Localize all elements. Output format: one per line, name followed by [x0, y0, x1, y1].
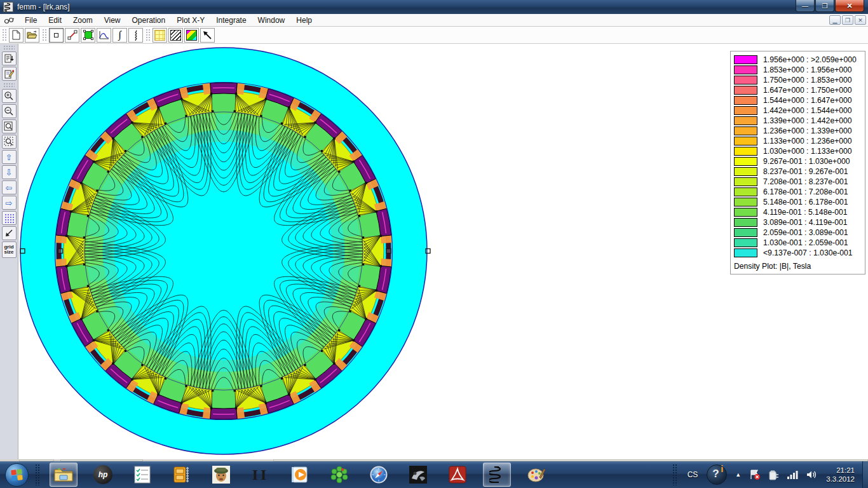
selection-handle[interactable] — [20, 249, 25, 254]
plot-xy-button[interactable] — [97, 28, 111, 43]
info-tray-icon[interactable]: ? i — [707, 464, 727, 485]
output-window-button[interactable] — [2, 51, 17, 65]
system-tray: CS ? i ▲ 21:21 3.3.2012 — [672, 461, 868, 488]
hp-taskbar-icon[interactable]: hp — [89, 463, 117, 487]
menu-item-integrate[interactable]: Integrate — [210, 15, 252, 26]
model-canvas[interactable]: 1.956e+000 : >2.059e+0001.853e+000 : 1.9… — [18, 44, 868, 459]
mdi-close-button[interactable]: ✕ — [855, 15, 866, 25]
menu-item-plot-xy[interactable]: Plot X-Y — [171, 15, 210, 26]
menu-item-view[interactable]: View — [98, 15, 126, 26]
legend-swatch — [734, 187, 757, 196]
femm-taskbar-icon[interactable] — [483, 463, 511, 487]
taskbar-clock[interactable]: 21:21 3.3.2012 — [826, 466, 855, 484]
snap-to-grid-button[interactable] — [2, 226, 17, 240]
legend-swatch — [734, 157, 757, 166]
menu-item-zoom[interactable]: Zoom — [67, 15, 98, 26]
block-mode-button[interactable] — [81, 28, 95, 43]
legend-swatch — [734, 55, 757, 64]
contour-mode-button[interactable] — [65, 28, 79, 43]
maximize-button[interactable]: ❐ — [815, 0, 834, 12]
menu-bar: File Edit Zoom View Operation Plot X-Y I… — [0, 14, 868, 27]
action-center-icon[interactable] — [749, 469, 761, 480]
legend-row: 1.442e+000 : 1.544e+000 — [734, 105, 862, 116]
point-mode-button[interactable] — [49, 28, 64, 43]
toolbar: ∫ — [0, 27, 868, 44]
zoom-out-button[interactable] — [2, 104, 17, 118]
block-integral-button[interactable] — [128, 28, 143, 43]
mdi-restore-button[interactable]: ❐ — [842, 15, 853, 25]
icq-taskbar-icon[interactable] — [325, 463, 353, 487]
window-title: femm - [lrk.ans] — [17, 3, 70, 11]
show-mesh-button[interactable] — [168, 28, 183, 43]
zoom-in-button[interactable] — [2, 89, 17, 103]
selection-handle[interactable] — [386, 249, 391, 254]
zoom-window-button[interactable] — [2, 119, 17, 133]
legend-row: 2.059e-001 : 3.089e-001 — [734, 227, 862, 238]
legend-label: 1.647e+000 : 1.750e+000 — [763, 86, 852, 95]
legend-swatch — [734, 177, 757, 186]
network-signal-icon[interactable] — [787, 470, 798, 480]
show-desktop-button[interactable] — [862, 461, 868, 488]
paint-taskbar-icon[interactable] — [522, 463, 550, 487]
taskbar-grip — [35, 464, 40, 485]
selection-handle[interactable] — [58, 249, 63, 254]
zoom-extents-button[interactable] — [2, 135, 17, 149]
winzip-taskbar-icon[interactable] — [168, 463, 196, 487]
adobe-reader-taskbar-icon[interactable] — [444, 463, 471, 487]
legend-swatch — [734, 86, 757, 95]
legend-rows: 1.956e+000 : >2.059e+0001.853e+000 : 1.9… — [734, 55, 862, 258]
legend-row: 3.089e-001 : 4.119e-001 — [734, 217, 862, 227]
menu-item-edit[interactable]: Edit — [43, 15, 67, 26]
hidden-icons-button[interactable]: ▲ — [735, 471, 741, 478]
legend-swatch — [734, 137, 757, 146]
pan-right-button[interactable]: ⇨ — [2, 196, 17, 210]
avatar-taskbar-icon[interactable] — [207, 463, 235, 487]
pan-up-button[interactable]: ⇧ — [2, 150, 17, 164]
menu-item-help[interactable]: Help — [290, 15, 318, 26]
start-button[interactable] — [5, 463, 29, 487]
explorer-taskbar-icon[interactable] — [50, 463, 78, 487]
minimize-button[interactable]: — — [796, 0, 815, 12]
mdi-minimize-button[interactable]: ▁ — [829, 15, 841, 25]
legend-swatch — [734, 198, 757, 207]
edit-document-button[interactable] — [2, 67, 17, 81]
show-grid-button[interactable] — [153, 28, 167, 43]
notes-taskbar-icon[interactable] — [128, 463, 156, 487]
legend-swatch — [734, 96, 757, 105]
legend-label: 7.208e-001 : 8.237e-001 — [763, 177, 848, 186]
close-button[interactable]: ✕ — [835, 0, 864, 12]
legend-label: 4.119e-001 : 5.148e-001 — [763, 208, 848, 217]
grid-swatch-glyph — [154, 30, 165, 41]
grid-size-button[interactable]: grid size — [2, 241, 17, 258]
show-vectors-button[interactable] — [200, 28, 215, 43]
menu-item-window[interactable]: Window — [252, 15, 291, 26]
media-player-taskbar-icon[interactable] — [286, 463, 314, 487]
clock-date: 3.3.2012 — [826, 475, 855, 484]
safely-remove-icon[interactable] — [768, 470, 779, 480]
title-bar: femm - [lrk.ans] — ❐ ✕ — [0, 0, 868, 14]
safari-taskbar-icon[interactable] — [365, 463, 393, 487]
selection-handle[interactable] — [426, 249, 430, 254]
pillars-taskbar-icon[interactable]: II — [247, 463, 275, 487]
legend-row: 1.750e+000 : 1.853e+000 — [734, 75, 862, 85]
solidworks-taskbar-icon[interactable] — [404, 463, 432, 487]
tray-grip — [672, 464, 677, 485]
grid-size-label-bottom: size — [4, 250, 13, 255]
show-density-plot-button[interactable] — [184, 28, 199, 43]
i-glyph: i — [721, 463, 723, 474]
new-document-button[interactable] — [9, 28, 24, 43]
open-file-button[interactable] — [25, 28, 39, 43]
legend-row: 9.267e-001 : 1.030e+000 — [734, 156, 862, 166]
legend-label: <9.137e-007 : 1.030e-001 — [763, 248, 853, 257]
menu-item-operation[interactable]: Operation — [126, 15, 172, 26]
legend-row: 1.030e+000 : 1.133e+000 — [734, 146, 862, 156]
legend-swatch — [734, 208, 757, 217]
line-integral-button[interactable]: ∫ — [112, 28, 127, 43]
legend-row: 1.544e+000 : 1.647e+000 — [734, 95, 862, 105]
pan-down-button[interactable]: ⇩ — [2, 165, 17, 179]
show-grid-points-button[interactable] — [2, 211, 17, 225]
language-indicator[interactable]: CS — [688, 470, 698, 479]
menu-item-file[interactable]: File — [19, 15, 43, 26]
volume-icon[interactable] — [806, 470, 817, 480]
pan-left-button[interactable]: ⇦ — [2, 180, 17, 194]
